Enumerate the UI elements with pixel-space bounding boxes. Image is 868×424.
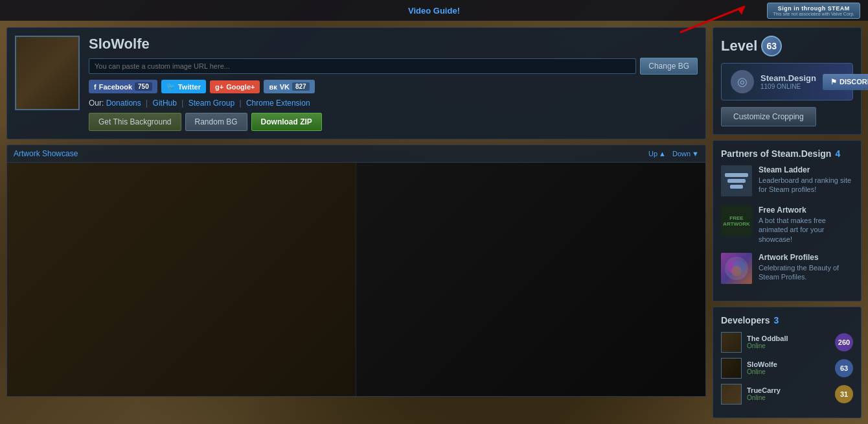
username: SloWolfe — [89, 36, 698, 53]
partners-title-text: Partners of Steam.Design — [721, 148, 831, 159]
twitter-button[interactable]: 🐦 Twitter — [161, 80, 206, 93]
showcase-right-image — [356, 163, 705, 396]
dev-avatar-2 — [721, 384, 742, 405]
dev-name-0: The Oddball — [747, 335, 788, 342]
svg-marker-1 — [737, 6, 745, 15]
dev-item-2[interactable]: TrueCarry Online 31 — [721, 384, 853, 405]
showcase-left-image — [7, 163, 356, 396]
dev-avatar-0 — [721, 332, 742, 353]
dev-level-0: 260 — [835, 333, 853, 351]
facebook-button[interactable]: f Facebook 750 — [89, 80, 157, 93]
svg-point-5 — [731, 266, 742, 276]
profile-card: SloWolfe Change BG f Facebook 750 🐦 Twit… — [6, 27, 706, 139]
showcase-title: Artwork Showcase — [14, 149, 78, 158]
showcase-nav: Up ▲ Down ▼ — [648, 150, 699, 158]
steam-signin-button[interactable]: Sign in through STEAM This site not asso… — [767, 3, 860, 19]
level-badge: 63 — [761, 36, 782, 56]
developers-section: Developers 3 The Oddball Online 260 SloW… — [713, 307, 862, 418]
sep3: | — [239, 99, 241, 108]
dev-level-2: 31 — [835, 385, 853, 403]
artwork-profiles-icon — [721, 253, 752, 284]
vk-icon: вк — [269, 83, 277, 91]
random-bg-button[interactable]: Random BG — [185, 113, 247, 131]
github-link[interactable]: GitHub — [153, 99, 177, 108]
level-label: Level — [721, 38, 757, 54]
action-buttons: Get This Background Random BG Download Z… — [89, 113, 698, 131]
developers-title: Developers 3 — [721, 315, 853, 325]
top-bar: Video Guide! Sign in through STEAM This … — [0, 0, 868, 21]
left-panel: SloWolfe Change BG f Facebook 750 🐦 Twit… — [6, 27, 706, 418]
download-zip-button[interactable]: Download ZIP — [251, 113, 322, 131]
up-label: Up — [648, 150, 657, 158]
partner-info: Steam Ladder Leaderboard and ranking sit… — [759, 165, 853, 194]
discord-button[interactable]: ⚑ DISCORD › — [823, 74, 868, 90]
down-label: Down — [672, 150, 691, 158]
url-row: Change BG — [89, 58, 698, 75]
partner-steam-ladder[interactable]: Steam Ladder Leaderboard and ranking sit… — [721, 165, 853, 196]
dev-avatar-1 — [721, 358, 742, 379]
artwork-showcase-card: Artwork Showcase Up ▲ Down ▼ — [6, 145, 706, 397]
vk-button[interactable]: вк VK 827 — [264, 80, 314, 93]
partner-info-3: Artwork Profiles Celebrating the Beauty … — [759, 253, 853, 282]
partner-name: Steam Ladder — [759, 165, 853, 174]
twitter-label: Twitter — [178, 83, 201, 91]
sep2: | — [181, 99, 183, 108]
down-arrow-icon: ▼ — [692, 150, 699, 158]
dev-status-1: Online — [747, 368, 777, 375]
social-row: f Facebook 750 🐦 Twitter g+ Google+ вк — [89, 80, 698, 93]
up-button[interactable]: Up ▲ — [648, 150, 666, 158]
donations-link[interactable]: Donations — [106, 99, 141, 108]
get-bg-button[interactable]: Get This Background — [89, 113, 181, 131]
developers-count: 3 — [773, 315, 779, 325]
up-arrow-icon: ▲ — [659, 150, 666, 158]
googleplus-icon: g+ — [215, 83, 223, 91]
profile-info: SloWolfe Change BG f Facebook 750 🐦 Twit… — [89, 36, 698, 131]
twitter-icon: 🐦 — [166, 82, 176, 91]
steam-ladder-icon — [721, 165, 752, 196]
partner-name-2: Free Artwork — [759, 206, 853, 215]
dev-level-1: 63 — [835, 359, 853, 377]
discord-info: Steam.Design 1109 ONLINE — [760, 73, 816, 90]
right-panel: Level 63 ◎ Steam.Design 1109 ONLINE ⚑ DI… — [713, 27, 862, 418]
discord-online-count: 1109 ONLINE — [760, 83, 816, 90]
down-button[interactable]: Down ▼ — [672, 150, 699, 158]
customize-button[interactable]: Customize Cropping — [721, 107, 816, 126]
links-prefix: Our: — [89, 99, 104, 108]
chrome-extension-link[interactable]: Chrome Extension — [246, 99, 310, 108]
ladder-bar-2 — [727, 179, 746, 183]
dev-name-2: TrueCarry — [747, 386, 781, 394]
partner-desc-3: Celebrating the Beauty of Steam Profiles… — [759, 263, 853, 282]
partners-section: Partners of Steam.Design 4 Steam Ladder … — [713, 140, 862, 301]
dev-status-0: Online — [747, 342, 788, 349]
partner-artwork-profiles[interactable]: Artwork Profiles Celebrating the Beauty … — [721, 253, 853, 284]
steam-group-link[interactable]: Steam Group — [188, 99, 234, 108]
ladder-bar-3 — [730, 185, 743, 189]
ladder-bar-1 — [725, 173, 748, 177]
googleplus-button[interactable]: g+ Google+ — [210, 80, 260, 93]
url-input[interactable] — [89, 58, 636, 74]
vk-label: VK — [280, 83, 290, 91]
dev-info-1: SloWolfe Online — [747, 360, 777, 375]
partner-free-artwork[interactable]: FREEARTWORK Free Artwork A bot that make… — [721, 206, 853, 244]
partner-info-2: Free Artwork A bot that makes free anima… — [759, 206, 853, 244]
discord-banner[interactable]: ◎ Steam.Design 1109 ONLINE ⚑ DISCORD › — [721, 63, 853, 100]
video-guide-link[interactable]: Video Guide! — [408, 6, 460, 16]
level-display: Level 63 — [721, 36, 853, 56]
dev-item-0[interactable]: The Oddball Online 260 — [721, 332, 853, 353]
level-card: Level 63 ◎ Steam.Design 1109 ONLINE ⚑ DI… — [713, 27, 862, 135]
discord-logo: ◎ — [731, 70, 754, 93]
links-row: Our: Donations | GitHub | Steam Group | … — [89, 99, 698, 108]
partner-name-3: Artwork Profiles — [759, 253, 853, 262]
change-bg-button[interactable]: Change BG — [640, 58, 698, 75]
showcase-header: Artwork Showcase Up ▲ Down ▼ — [7, 145, 705, 163]
partner-desc-2: A bot that makes free animated art for y… — [759, 216, 853, 244]
showcase-content — [7, 163, 705, 396]
developers-title-text: Developers — [721, 315, 770, 325]
avatar — [15, 36, 80, 110]
dev-info-2: TrueCarry Online — [747, 386, 781, 401]
steam-signin-line1: Sign in through STEAM — [773, 5, 854, 12]
dev-status-2: Online — [747, 394, 781, 401]
partner-desc: Leaderboard and ranking site for Steam p… — [759, 176, 853, 194]
free-artwork-label: FREEARTWORK — [723, 215, 750, 227]
dev-item-1[interactable]: SloWolfe Online 63 — [721, 358, 853, 379]
